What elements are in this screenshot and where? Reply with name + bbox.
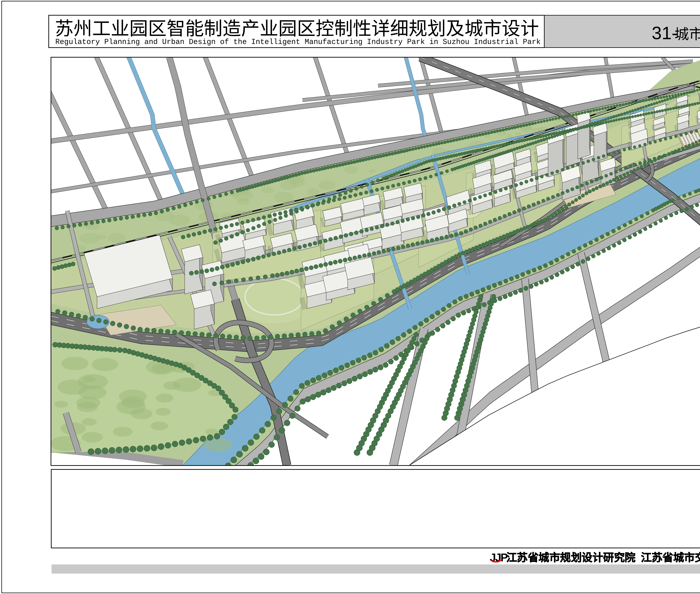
svg-text:31-: 31- bbox=[652, 23, 678, 43]
svg-text:Regulatory Planning and Urban: Regulatory Planning and Urban Design of … bbox=[55, 38, 541, 46]
